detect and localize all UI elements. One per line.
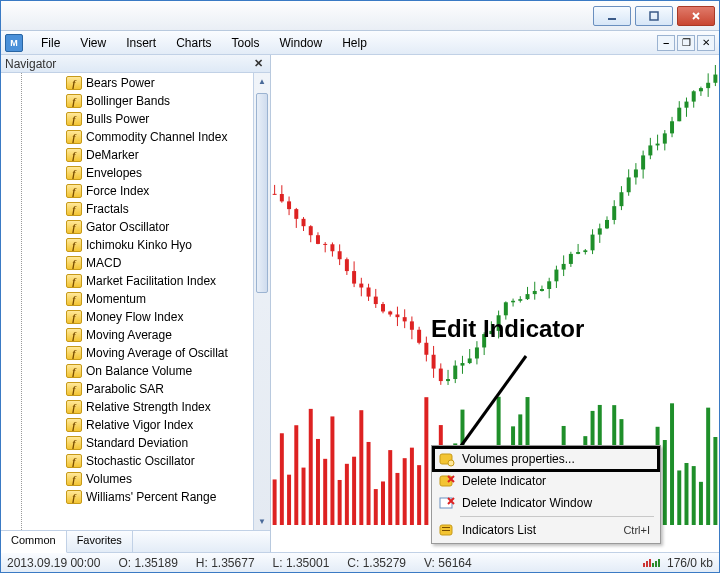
indicator-item[interactable]: fGator Oscillator [66, 218, 253, 236]
indicator-item[interactable]: fRelative Strength Index [66, 398, 253, 416]
indicator-item[interactable]: fBulls Power [66, 110, 253, 128]
app-icon: M [5, 34, 23, 52]
indicator-label: Bulls Power [86, 112, 149, 126]
indicator-item[interactable]: fMomentum [66, 290, 253, 308]
status-high: H: 1.35677 [196, 556, 255, 570]
svg-rect-43 [367, 442, 371, 525]
menu-file[interactable]: File [31, 33, 70, 53]
svg-rect-75 [446, 379, 450, 381]
svg-rect-18 [309, 226, 313, 235]
mdi-close-button[interactable]: ✕ [697, 35, 715, 51]
maximize-button[interactable] [635, 6, 673, 26]
ctx-indicators-list[interactable]: Indicators List Ctrl+I [434, 519, 658, 541]
indicator-item[interactable]: fRelative Vigor Index [66, 416, 253, 434]
svg-rect-99 [504, 302, 508, 315]
svg-rect-175 [684, 463, 688, 525]
svg-rect-126 [569, 254, 573, 264]
svg-rect-177 [692, 91, 696, 101]
indicator-item[interactable]: fCommodity Channel Index [66, 128, 253, 146]
scroll-thumb[interactable] [256, 93, 268, 293]
indicator-icon: f [66, 454, 82, 468]
indicator-item[interactable]: fMoney Flow Index [66, 308, 253, 326]
indicator-item[interactable]: fForce Index [66, 182, 253, 200]
svg-rect-1 [650, 12, 658, 20]
status-vol: V: 56164 [424, 556, 472, 570]
indicator-item[interactable]: fStochastic Oscillator [66, 452, 253, 470]
indicator-item[interactable]: fBollinger Bands [66, 92, 253, 110]
svg-rect-52 [388, 450, 392, 525]
indicator-item[interactable]: fParabolic SAR [66, 380, 253, 398]
ctx-delete-indicator[interactable]: Delete Indicator [434, 470, 658, 492]
svg-rect-49 [381, 481, 385, 525]
indicator-label: Commodity Channel Index [86, 130, 227, 144]
menu-view[interactable]: View [70, 33, 116, 53]
indicator-label: Moving Average [86, 328, 172, 342]
indicator-label: MACD [86, 256, 121, 270]
indicator-item[interactable]: fBears Power [66, 74, 253, 92]
navigator-header: Navigator ✕ [1, 55, 270, 73]
indicator-item[interactable]: fMoving Average of Oscillat [66, 344, 253, 362]
indicator-item[interactable]: fOn Balance Volume [66, 362, 253, 380]
status-low: L: 1.35001 [273, 556, 330, 570]
svg-rect-63 [417, 330, 421, 343]
svg-rect-181 [699, 482, 703, 525]
ctx-delete-window[interactable]: Delete Indicator Window [434, 492, 658, 514]
indicator-icon: f [66, 94, 82, 108]
svg-rect-67 [424, 397, 428, 525]
menu-tools[interactable]: Tools [222, 33, 270, 53]
menu-insert[interactable]: Insert [116, 33, 166, 53]
mdi-restore-button[interactable]: ❐ [677, 35, 695, 51]
indicator-item[interactable]: fMoving Average [66, 326, 253, 344]
close-button[interactable] [677, 6, 715, 26]
navigator-panel: Navigator ✕ fBears PowerfBollinger Bands… [1, 55, 271, 552]
indicator-label: Force Index [86, 184, 149, 198]
scroll-up-icon[interactable]: ▲ [254, 73, 270, 90]
svg-rect-58 [403, 458, 407, 525]
indicator-icon: f [66, 220, 82, 234]
mdi-minimize-button[interactable]: ‒ [657, 35, 675, 51]
svg-rect-105 [518, 299, 522, 301]
svg-rect-13 [294, 425, 298, 525]
indicator-item[interactable]: fMACD [66, 254, 253, 272]
tab-favorites[interactable]: Favorites [67, 531, 133, 552]
indicator-item[interactable]: fEnvelopes [66, 164, 253, 182]
indicator-item[interactable]: fFractals [66, 200, 253, 218]
indicator-icon: f [66, 184, 82, 198]
ctx-properties[interactable]: Volumes properties... [434, 448, 658, 470]
indicator-icon: f [66, 418, 82, 432]
indicator-item[interactable]: fWilliams' Percent Range [66, 488, 253, 506]
svg-rect-187 [713, 437, 717, 525]
indicator-label: Money Flow Index [86, 310, 183, 324]
indicator-icon: f [66, 166, 82, 180]
svg-rect-33 [345, 259, 349, 271]
svg-rect-123 [562, 264, 566, 270]
indicators-list-icon [439, 522, 455, 538]
indicator-label: Relative Vigor Index [86, 418, 193, 432]
indicator-item[interactable]: fMarket Facilitation Index [66, 272, 253, 290]
menu-window[interactable]: Window [270, 33, 333, 53]
menu-charts[interactable]: Charts [166, 33, 221, 53]
svg-rect-24 [323, 244, 327, 245]
navigator-close-button[interactable]: ✕ [251, 57, 266, 70]
tab-common[interactable]: Common [1, 531, 67, 553]
svg-rect-174 [684, 102, 688, 108]
scroll-down-icon[interactable]: ▼ [254, 513, 270, 530]
indicator-icon: f [66, 202, 82, 216]
indicator-item[interactable]: fDeMarker [66, 146, 253, 164]
indicator-label: Moving Average of Oscillat [86, 346, 228, 360]
svg-rect-165 [663, 133, 667, 143]
minimize-button[interactable] [593, 6, 631, 26]
svg-rect-168 [670, 121, 674, 133]
indicator-icon: f [66, 364, 82, 378]
svg-rect-87 [475, 347, 479, 358]
svg-rect-93 [489, 331, 493, 334]
menu-help[interactable]: Help [332, 33, 377, 53]
navigator-scrollbar[interactable]: ▲ ▼ [253, 73, 270, 530]
indicator-item[interactable]: fIchimoku Kinko Hyo [66, 236, 253, 254]
indicator-item[interactable]: fStandard Deviation [66, 434, 253, 452]
indicator-list: fBears PowerfBollinger BandsfBulls Power… [21, 73, 253, 530]
indicator-item[interactable]: fVolumes [66, 470, 253, 488]
body: Navigator ✕ fBears PowerfBollinger Bands… [1, 55, 719, 552]
svg-rect-153 [634, 169, 638, 177]
ctx-delete-indicator-label: Delete Indicator [462, 474, 546, 488]
